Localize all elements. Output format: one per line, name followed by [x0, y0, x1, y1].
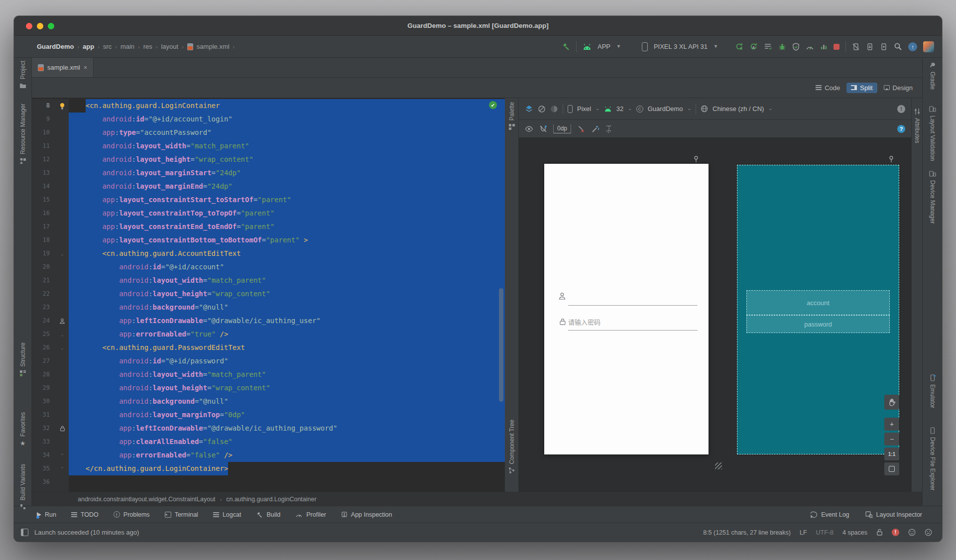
pack-align-icon[interactable]	[605, 125, 612, 133]
xml-breadcrumb-root[interactable]: androidx.constraintlayout.widget.Constra…	[78, 496, 216, 503]
chevron-down-icon[interactable]: ⌄	[768, 107, 772, 111]
happy-face-icon[interactable]	[908, 529, 916, 536]
close-window-button[interactable]	[26, 23, 32, 29]
chevron-down-icon[interactable]: ⌄	[688, 107, 692, 111]
sidebar-item-emulator[interactable]: Emulator	[923, 374, 942, 408]
breadcrumb-module[interactable]: app	[83, 43, 94, 50]
troubleshoot-device-icon[interactable]	[852, 43, 860, 51]
device-manager-toolbar-icon[interactable]	[880, 43, 888, 51]
updates-icon[interactable]: ↑	[908, 42, 917, 51]
caret-position[interactable]: 8:5 (1251 chars, 27 line breaks)	[703, 529, 791, 536]
sidebar-item-gradle[interactable]: Gradle	[923, 62, 942, 90]
code-line[interactable]: 34⌃ app:errorEnabled="false" />	[32, 448, 505, 462]
sidebar-item-favorites[interactable]: Favorites ★	[14, 412, 31, 447]
mode-split[interactable]: Split	[846, 83, 877, 93]
gutter[interactable]	[56, 112, 69, 126]
autoconnect-off-icon[interactable]	[539, 125, 547, 133]
toolwindow-todo[interactable]: TODO	[71, 511, 99, 518]
pan-hand-button[interactable]	[884, 395, 899, 410]
code-line[interactable]: 19⌄ <cn.authing.guard.AccountEditText	[32, 247, 505, 260]
breadcrumb-file[interactable]: sample.xml	[197, 43, 230, 50]
blueprint-account-field[interactable]: account	[746, 290, 890, 315]
gutter[interactable]	[56, 287, 69, 301]
code-line[interactable]: 11 android:layout_width="match_parent"	[32, 139, 505, 153]
gutter[interactable]	[56, 301, 69, 314]
sidebar-item-device-manager[interactable]: Device Manager	[923, 170, 942, 224]
code-line[interactable]: 13 android:layout_marginStart="24dp"	[32, 166, 505, 180]
code-line[interactable]: 20 android:id="@+id/account"	[32, 260, 505, 274]
sidebar-item-project[interactable]: Project	[14, 61, 31, 89]
mode-code[interactable]: Code	[811, 83, 844, 93]
theme-select[interactable]: GuardDemo	[648, 105, 683, 112]
help-icon[interactable]: ?	[897, 125, 905, 133]
canvas-resize-handle[interactable]	[715, 462, 722, 469]
code-line[interactable]: 30 android:background="@null"	[32, 395, 505, 408]
gutter[interactable]: ⌃	[56, 489, 69, 492]
code-line[interactable]: 17 app:layout_constraintEnd_toEndOf="par…	[32, 220, 505, 233]
code-line[interactable]: 8 <cn.authing.guard.LoginContainer	[32, 99, 505, 112]
code-editor[interactable]: 8 <cn.authing.guard.LoginContainer9 andr…	[32, 98, 505, 492]
render-issues-icon[interactable]: !	[897, 105, 905, 113]
gutter[interactable]	[56, 193, 69, 207]
gutter[interactable]	[56, 139, 69, 153]
apply-changes-icon[interactable]	[735, 42, 743, 51]
error-indicator-icon[interactable]: !	[892, 529, 899, 536]
gutter[interactable]	[56, 166, 69, 180]
sidebar-item-resource-manager[interactable]: Resource Manager	[14, 104, 31, 164]
chevron-down-icon[interactable]: ⌄	[596, 107, 599, 111]
code-line[interactable]: 28 android:layout_width="match_parent"	[32, 368, 505, 381]
gutter[interactable]	[56, 99, 69, 112]
zoom-out-button[interactable]: −	[884, 433, 899, 446]
xml-breadcrumb-child[interactable]: cn.authing.guard.LoginContainer	[226, 496, 316, 503]
chevron-down-icon[interactable]: ▼	[616, 44, 621, 49]
breadcrumb-layout[interactable]: layout	[161, 43, 178, 50]
profiler-gauge-icon[interactable]	[806, 43, 814, 50]
code-line[interactable]: 29 android:layout_height="wrap_content"	[32, 381, 505, 395]
indent-setting[interactable]: 4 spaces	[842, 529, 867, 536]
toolwindow-app-inspection[interactable]: App Inspection	[341, 511, 392, 518]
gutter[interactable]	[56, 153, 69, 166]
zoom-reset-button[interactable]: 1:1	[884, 448, 899, 460]
blueprint-preview-phone[interactable]: account password	[737, 165, 899, 454]
code-line[interactable]: 16 app:layout_constraintTop_toTopOf="par…	[32, 207, 505, 220]
clear-constraints-icon[interactable]	[577, 125, 586, 133]
code-line[interactable]: 10 app:type="accountPassword"	[32, 126, 505, 139]
search-icon[interactable]	[894, 42, 902, 51]
inspection-ok-icon[interactable]: ✔	[489, 101, 497, 109]
night-mode-icon[interactable]	[550, 105, 558, 113]
sidebar-item-structure[interactable]: Structure	[14, 342, 31, 377]
chevron-down-icon[interactable]: ⌄	[628, 107, 632, 111]
breadcrumb-src[interactable]: src	[103, 43, 112, 50]
preview-device-select[interactable]: Pixel	[577, 105, 591, 112]
tab-sample-xml[interactable]: sample.xml ×	[32, 58, 94, 77]
blueprint-password-field[interactable]: password	[746, 315, 890, 333]
device-select[interactable]: PIXEL 3 XL API 31	[654, 43, 708, 50]
sidebar-item-layout-validation[interactable]: Layout Validation	[923, 106, 942, 161]
status-message[interactable]: Launch succeeded (10 minutes ago)	[34, 529, 139, 536]
sidebar-item-device-file-explorer[interactable]: Device File Explorer	[923, 427, 942, 490]
gutter[interactable]: ⌃	[56, 462, 69, 475]
build-hammer-icon[interactable]	[562, 42, 570, 51]
sidebar-item-build-variants[interactable]: Build Variants	[14, 464, 31, 510]
code-line[interactable]: 9 android:id="@+id/account_login"	[32, 112, 505, 126]
gutter[interactable]: ⌃	[56, 448, 69, 462]
code-line[interactable]: 18 app:layout_constraintBottom_toBottomO…	[32, 233, 505, 247]
code-line[interactable]: 23 android:background="@null"	[32, 301, 505, 314]
zoom-to-fit-button[interactable]	[884, 462, 899, 475]
gutter[interactable]	[56, 381, 69, 395]
code-line[interactable]: 31 android:layout_marginTop="0dp"	[32, 408, 505, 422]
code-line[interactable]: 24 app:leftIconDrawable="@drawable/ic_au…	[32, 314, 505, 328]
profile-app-icon[interactable]	[792, 43, 800, 51]
code-line[interactable]: 33 app:clearAllEnabled="false"	[32, 435, 505, 448]
code-line[interactable]: 15 app:layout_constraintStart_toStartOf=…	[32, 193, 505, 207]
code-line[interactable]: 37⌃</androidx.constraintlayout.widget.Co…	[32, 489, 505, 492]
profiler-sessions-icon[interactable]	[820, 43, 828, 50]
gutter[interactable]	[56, 435, 69, 448]
device-mirroring-icon[interactable]	[866, 43, 874, 51]
gutter[interactable]	[56, 126, 69, 139]
editor-scrollbar[interactable]	[499, 288, 503, 402]
gutter[interactable]	[56, 274, 69, 287]
gutter[interactable]	[56, 220, 69, 233]
gutter[interactable]	[56, 408, 69, 422]
toolwindow-toggle-icon[interactable]	[21, 529, 28, 536]
